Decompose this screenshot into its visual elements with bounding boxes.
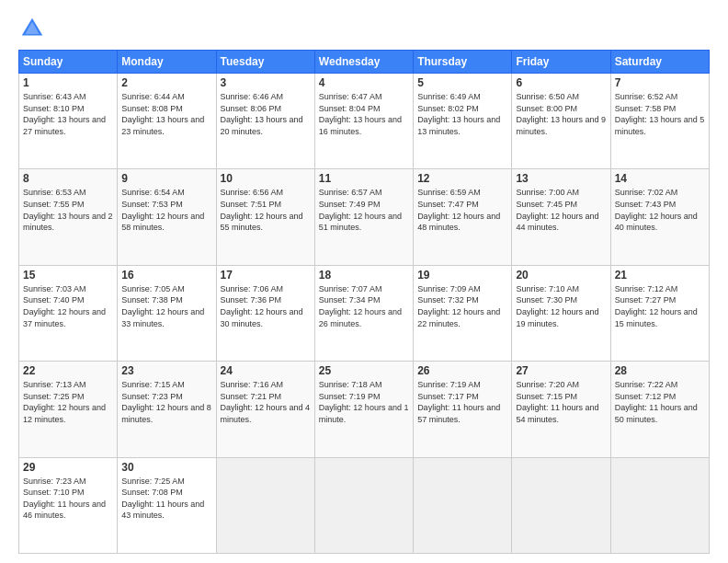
day-number: 3 bbox=[221, 76, 311, 89]
day-info: Sunrise: 7:25 AMSunset: 7:08 PMDaylight:… bbox=[121, 476, 211, 522]
day-info: Sunrise: 6:54 AMSunset: 7:53 PMDaylight:… bbox=[121, 187, 211, 233]
calendar-day-cell: 14Sunrise: 7:02 AMSunset: 7:43 PMDayligh… bbox=[610, 169, 709, 265]
day-number: 8 bbox=[23, 172, 113, 185]
day-info: Sunrise: 6:47 AMSunset: 8:04 PMDaylight:… bbox=[319, 91, 409, 137]
day-info: Sunrise: 7:23 AMSunset: 7:10 PMDaylight:… bbox=[23, 476, 113, 522]
calendar-day-cell: 10Sunrise: 6:56 AMSunset: 7:51 PMDayligh… bbox=[216, 169, 314, 265]
day-number: 19 bbox=[417, 269, 507, 282]
day-info: Sunrise: 7:02 AMSunset: 7:43 PMDaylight:… bbox=[615, 187, 705, 233]
day-info: Sunrise: 7:00 AMSunset: 7:45 PMDaylight:… bbox=[516, 187, 606, 233]
day-info: Sunrise: 7:16 AMSunset: 7:21 PMDaylight:… bbox=[221, 379, 311, 425]
day-info: Sunrise: 6:49 AMSunset: 8:02 PMDaylight:… bbox=[417, 91, 507, 137]
day-number: 24 bbox=[221, 364, 311, 377]
calendar-day-cell: 7Sunrise: 6:52 AMSunset: 7:58 PMDaylight… bbox=[610, 74, 709, 169]
calendar-day-cell: 13Sunrise: 7:00 AMSunset: 7:45 PMDayligh… bbox=[512, 169, 610, 265]
day-info: Sunrise: 6:43 AMSunset: 8:10 PMDaylight:… bbox=[23, 91, 113, 137]
calendar-day-cell: 29Sunrise: 7:23 AMSunset: 7:10 PMDayligh… bbox=[19, 457, 118, 553]
calendar-day-cell: 22Sunrise: 7:13 AMSunset: 7:25 PMDayligh… bbox=[19, 362, 118, 457]
day-number: 12 bbox=[417, 172, 507, 185]
calendar-day-cell: 11Sunrise: 6:57 AMSunset: 7:49 PMDayligh… bbox=[314, 169, 413, 265]
calendar-day-cell: 4Sunrise: 6:47 AMSunset: 8:04 PMDaylight… bbox=[314, 74, 413, 169]
calendar-day-cell bbox=[414, 457, 512, 553]
calendar-day-cell: 18Sunrise: 7:07 AMSunset: 7:34 PMDayligh… bbox=[314, 265, 413, 361]
calendar-day-cell: 28Sunrise: 7:22 AMSunset: 7:12 PMDayligh… bbox=[610, 362, 709, 457]
day-number: 4 bbox=[319, 76, 409, 89]
day-info: Sunrise: 7:13 AMSunset: 7:25 PMDaylight:… bbox=[23, 379, 113, 425]
calendar-day-cell: 1Sunrise: 6:43 AMSunset: 8:10 PMDaylight… bbox=[19, 74, 118, 169]
day-info: Sunrise: 7:12 AMSunset: 7:27 PMDaylight:… bbox=[615, 283, 705, 329]
calendar-week-row: 1Sunrise: 6:43 AMSunset: 8:10 PMDaylight… bbox=[19, 74, 710, 169]
day-number: 30 bbox=[121, 461, 211, 474]
calendar-day-header: Wednesday bbox=[314, 51, 413, 74]
day-info: Sunrise: 7:05 AMSunset: 7:38 PMDaylight:… bbox=[121, 283, 211, 329]
calendar-day-cell: 17Sunrise: 7:06 AMSunset: 7:36 PMDayligh… bbox=[216, 265, 314, 361]
calendar-day-cell: 12Sunrise: 6:59 AMSunset: 7:47 PMDayligh… bbox=[414, 169, 512, 265]
day-number: 9 bbox=[121, 172, 211, 185]
day-info: Sunrise: 7:18 AMSunset: 7:19 PMDaylight:… bbox=[319, 379, 409, 425]
day-info: Sunrise: 6:53 AMSunset: 7:55 PMDaylight:… bbox=[23, 187, 113, 233]
calendar-day-cell: 5Sunrise: 6:49 AMSunset: 8:02 PMDaylight… bbox=[414, 74, 512, 169]
calendar-day-header: Friday bbox=[512, 51, 610, 74]
calendar-day-cell: 3Sunrise: 6:46 AMSunset: 8:06 PMDaylight… bbox=[216, 74, 314, 169]
calendar-week-row: 8Sunrise: 6:53 AMSunset: 7:55 PMDaylight… bbox=[19, 169, 710, 265]
calendar-day-cell: 6Sunrise: 6:50 AMSunset: 8:00 PMDaylight… bbox=[512, 74, 610, 169]
calendar-week-row: 22Sunrise: 7:13 AMSunset: 7:25 PMDayligh… bbox=[19, 362, 710, 457]
calendar-week-row: 29Sunrise: 7:23 AMSunset: 7:10 PMDayligh… bbox=[19, 457, 710, 553]
calendar-day-cell: 20Sunrise: 7:10 AMSunset: 7:30 PMDayligh… bbox=[512, 265, 610, 361]
calendar-day-cell: 16Sunrise: 7:05 AMSunset: 7:38 PMDayligh… bbox=[118, 265, 216, 361]
calendar-day-header: Sunday bbox=[19, 51, 118, 74]
calendar-day-cell bbox=[216, 457, 314, 553]
calendar-day-cell: 2Sunrise: 6:44 AMSunset: 8:08 PMDaylight… bbox=[118, 74, 216, 169]
day-number: 29 bbox=[23, 461, 113, 474]
calendar-day-cell: 15Sunrise: 7:03 AMSunset: 7:40 PMDayligh… bbox=[19, 265, 118, 361]
day-info: Sunrise: 7:15 AMSunset: 7:23 PMDaylight:… bbox=[121, 379, 211, 425]
day-info: Sunrise: 6:52 AMSunset: 7:58 PMDaylight:… bbox=[615, 91, 705, 137]
logo bbox=[18, 15, 50, 42]
day-info: Sunrise: 7:10 AMSunset: 7:30 PMDaylight:… bbox=[516, 283, 606, 329]
day-number: 26 bbox=[417, 364, 507, 377]
logo-icon bbox=[18, 15, 46, 42]
calendar-day-cell: 25Sunrise: 7:18 AMSunset: 7:19 PMDayligh… bbox=[314, 362, 413, 457]
day-number: 25 bbox=[319, 364, 409, 377]
day-number: 22 bbox=[23, 364, 113, 377]
header bbox=[18, 15, 710, 42]
day-number: 21 bbox=[615, 269, 705, 282]
day-info: Sunrise: 6:50 AMSunset: 8:00 PMDaylight:… bbox=[516, 91, 606, 137]
day-number: 17 bbox=[221, 269, 311, 282]
calendar-header-row: SundayMondayTuesdayWednesdayThursdayFrid… bbox=[19, 51, 710, 74]
day-info: Sunrise: 7:07 AMSunset: 7:34 PMDaylight:… bbox=[319, 283, 409, 329]
calendar-day-cell: 21Sunrise: 7:12 AMSunset: 7:27 PMDayligh… bbox=[610, 265, 709, 361]
day-info: Sunrise: 7:20 AMSunset: 7:15 PMDaylight:… bbox=[516, 379, 606, 425]
day-number: 16 bbox=[121, 269, 211, 282]
day-number: 1 bbox=[23, 76, 113, 89]
day-info: Sunrise: 7:09 AMSunset: 7:32 PMDaylight:… bbox=[417, 283, 507, 329]
calendar-day-cell: 30Sunrise: 7:25 AMSunset: 7:08 PMDayligh… bbox=[118, 457, 216, 553]
day-number: 27 bbox=[516, 364, 606, 377]
calendar-day-cell: 27Sunrise: 7:20 AMSunset: 7:15 PMDayligh… bbox=[512, 362, 610, 457]
day-number: 20 bbox=[516, 269, 606, 282]
day-number: 10 bbox=[221, 172, 311, 185]
calendar-table: SundayMondayTuesdayWednesdayThursdayFrid… bbox=[18, 50, 710, 554]
day-number: 13 bbox=[516, 172, 606, 185]
day-info: Sunrise: 7:06 AMSunset: 7:36 PMDaylight:… bbox=[221, 283, 311, 329]
calendar-day-cell: 9Sunrise: 6:54 AMSunset: 7:53 PMDaylight… bbox=[118, 169, 216, 265]
day-number: 18 bbox=[319, 269, 409, 282]
calendar-day-cell: 23Sunrise: 7:15 AMSunset: 7:23 PMDayligh… bbox=[118, 362, 216, 457]
day-info: Sunrise: 7:22 AMSunset: 7:12 PMDaylight:… bbox=[615, 379, 705, 425]
day-number: 15 bbox=[23, 269, 113, 282]
day-number: 2 bbox=[121, 76, 211, 89]
calendar-day-header: Thursday bbox=[414, 51, 512, 74]
calendar-day-cell bbox=[314, 457, 413, 553]
calendar-day-cell: 26Sunrise: 7:19 AMSunset: 7:17 PMDayligh… bbox=[414, 362, 512, 457]
calendar-day-header: Monday bbox=[118, 51, 216, 74]
calendar-day-cell: 8Sunrise: 6:53 AMSunset: 7:55 PMDaylight… bbox=[19, 169, 118, 265]
day-number: 14 bbox=[615, 172, 705, 185]
day-info: Sunrise: 7:03 AMSunset: 7:40 PMDaylight:… bbox=[23, 283, 113, 329]
day-info: Sunrise: 7:19 AMSunset: 7:17 PMDaylight:… bbox=[417, 379, 507, 425]
day-number: 7 bbox=[615, 76, 705, 89]
day-info: Sunrise: 6:57 AMSunset: 7:49 PMDaylight:… bbox=[319, 187, 409, 233]
page: SundayMondayTuesdayWednesdayThursdayFrid… bbox=[0, 0, 728, 563]
calendar-day-cell: 24Sunrise: 7:16 AMSunset: 7:21 PMDayligh… bbox=[216, 362, 314, 457]
day-info: Sunrise: 6:56 AMSunset: 7:51 PMDaylight:… bbox=[221, 187, 311, 233]
day-info: Sunrise: 6:44 AMSunset: 8:08 PMDaylight:… bbox=[121, 91, 211, 137]
